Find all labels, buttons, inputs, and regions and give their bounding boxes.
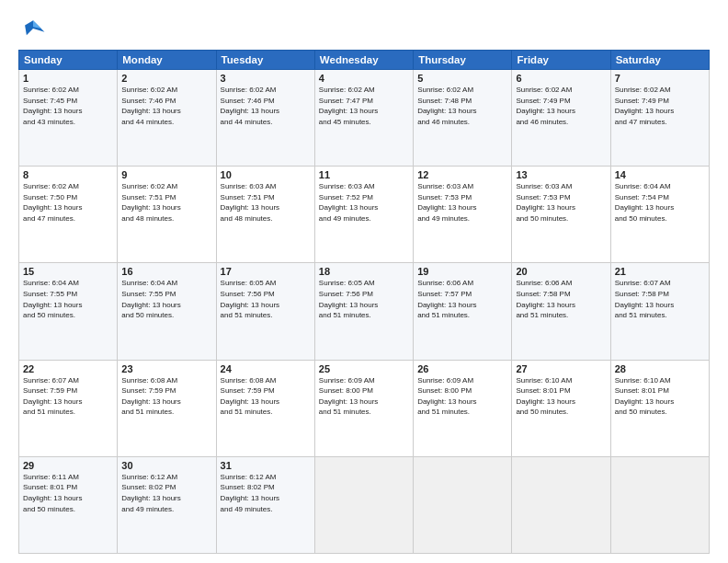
day-info: Sunrise: 6:02 AM Sunset: 7:46 PM Dayligh… <box>121 85 211 127</box>
calendar-cell: 31Sunrise: 6:12 AM Sunset: 8:02 PM Dayli… <box>216 456 314 553</box>
day-number: 14 <box>615 169 705 180</box>
calendar-cell: 10Sunrise: 6:03 AM Sunset: 7:51 PM Dayli… <box>216 167 314 263</box>
calendar-cell: 12Sunrise: 6:03 AM Sunset: 7:53 PM Dayli… <box>414 167 512 263</box>
day-number: 31 <box>221 460 311 471</box>
day-number: 21 <box>615 266 705 277</box>
calendar-header-thursday: Thursday <box>414 51 512 70</box>
calendar-cell <box>512 456 610 553</box>
day-number: 27 <box>516 363 606 374</box>
day-info: Sunrise: 6:10 AM Sunset: 8:01 PM Dayligh… <box>516 375 606 418</box>
day-info: Sunrise: 6:12 AM Sunset: 8:02 PM Dayligh… <box>221 472 311 514</box>
day-number: 3 <box>221 73 311 84</box>
calendar-header-tuesday: Tuesday <box>216 51 314 70</box>
day-number: 22 <box>23 363 113 374</box>
day-info: Sunrise: 6:03 AM Sunset: 7:52 PM Dayligh… <box>319 181 409 224</box>
calendar-cell: 2Sunrise: 6:02 AM Sunset: 7:46 PM Daylig… <box>118 70 216 167</box>
calendar-cell: 20Sunrise: 6:06 AM Sunset: 7:58 PM Dayli… <box>512 263 610 360</box>
day-info: Sunrise: 6:07 AM Sunset: 7:59 PM Dayligh… <box>23 375 113 418</box>
day-number: 10 <box>221 169 311 180</box>
day-info: Sunrise: 6:05 AM Sunset: 7:56 PM Dayligh… <box>221 278 311 320</box>
calendar-cell: 1Sunrise: 6:02 AM Sunset: 7:45 PM Daylig… <box>19 70 118 167</box>
calendar-cell: 5Sunrise: 6:02 AM Sunset: 7:48 PM Daylig… <box>414 70 512 167</box>
day-info: Sunrise: 6:08 AM Sunset: 7:59 PM Dayligh… <box>221 375 311 418</box>
calendar-cell: 18Sunrise: 6:05 AM Sunset: 7:56 PM Dayli… <box>314 263 413 360</box>
day-info: Sunrise: 6:11 AM Sunset: 8:01 PM Dayligh… <box>23 472 113 514</box>
day-number: 4 <box>319 73 409 84</box>
calendar-cell <box>610 456 709 553</box>
calendar-header-wednesday: Wednesday <box>314 51 413 70</box>
day-info: Sunrise: 6:05 AM Sunset: 7:56 PM Dayligh… <box>319 278 409 320</box>
calendar-cell: 22Sunrise: 6:07 AM Sunset: 7:59 PM Dayli… <box>19 360 118 456</box>
calendar-header-saturday: Saturday <box>610 51 709 70</box>
day-number: 20 <box>516 266 606 277</box>
day-info: Sunrise: 6:04 AM Sunset: 7:54 PM Dayligh… <box>615 181 705 224</box>
day-info: Sunrise: 6:06 AM Sunset: 7:57 PM Dayligh… <box>417 278 507 320</box>
calendar-cell: 17Sunrise: 6:05 AM Sunset: 7:56 PM Dayli… <box>216 263 314 360</box>
day-info: Sunrise: 6:08 AM Sunset: 7:59 PM Dayligh… <box>121 375 211 418</box>
day-number: 15 <box>23 266 113 277</box>
calendar-cell: 8Sunrise: 6:02 AM Sunset: 7:50 PM Daylig… <box>19 167 118 263</box>
day-info: Sunrise: 6:02 AM Sunset: 7:50 PM Dayligh… <box>23 181 113 224</box>
calendar-week-4: 22Sunrise: 6:07 AM Sunset: 7:59 PM Dayli… <box>19 360 710 456</box>
calendar-cell: 26Sunrise: 6:09 AM Sunset: 8:00 PM Dayli… <box>414 360 512 456</box>
calendar-cell: 28Sunrise: 6:10 AM Sunset: 8:01 PM Dayli… <box>610 360 709 456</box>
day-info: Sunrise: 6:06 AM Sunset: 7:58 PM Dayligh… <box>516 278 606 320</box>
day-info: Sunrise: 6:03 AM Sunset: 7:53 PM Dayligh… <box>516 181 606 224</box>
calendar-cell: 6Sunrise: 6:02 AM Sunset: 7:49 PM Daylig… <box>512 70 610 167</box>
day-info: Sunrise: 6:02 AM Sunset: 7:49 PM Dayligh… <box>516 85 606 127</box>
day-number: 29 <box>23 460 113 471</box>
day-info: Sunrise: 6:04 AM Sunset: 7:55 PM Dayligh… <box>23 278 113 320</box>
calendar-header-sunday: Sunday <box>19 51 118 70</box>
calendar-cell: 30Sunrise: 6:12 AM Sunset: 8:02 PM Dayli… <box>118 456 216 553</box>
calendar-cell: 21Sunrise: 6:07 AM Sunset: 7:58 PM Dayli… <box>610 263 709 360</box>
logo-icon <box>18 17 48 42</box>
calendar-cell <box>414 456 512 553</box>
day-info: Sunrise: 6:02 AM Sunset: 7:45 PM Dayligh… <box>23 85 113 127</box>
calendar-cell: 27Sunrise: 6:10 AM Sunset: 8:01 PM Dayli… <box>512 360 610 456</box>
day-number: 25 <box>319 363 409 374</box>
day-info: Sunrise: 6:09 AM Sunset: 8:00 PM Dayligh… <box>417 375 507 418</box>
day-info: Sunrise: 6:04 AM Sunset: 7:55 PM Dayligh… <box>121 278 211 320</box>
day-number: 2 <box>121 73 211 84</box>
header <box>18 17 710 42</box>
day-info: Sunrise: 6:03 AM Sunset: 7:53 PM Dayligh… <box>417 181 507 224</box>
day-info: Sunrise: 6:10 AM Sunset: 8:01 PM Dayligh… <box>615 375 705 418</box>
calendar-cell: 19Sunrise: 6:06 AM Sunset: 7:57 PM Dayli… <box>414 263 512 360</box>
day-info: Sunrise: 6:02 AM Sunset: 7:51 PM Dayligh… <box>121 181 211 224</box>
day-number: 5 <box>417 73 507 84</box>
calendar-cell: 24Sunrise: 6:08 AM Sunset: 7:59 PM Dayli… <box>216 360 314 456</box>
calendar-cell: 4Sunrise: 6:02 AM Sunset: 7:47 PM Daylig… <box>314 70 413 167</box>
calendar-cell: 11Sunrise: 6:03 AM Sunset: 7:52 PM Dayli… <box>314 167 413 263</box>
calendar-cell: 16Sunrise: 6:04 AM Sunset: 7:55 PM Dayli… <box>118 263 216 360</box>
day-number: 18 <box>319 266 409 277</box>
day-info: Sunrise: 6:02 AM Sunset: 7:49 PM Dayligh… <box>615 85 705 127</box>
day-number: 13 <box>516 169 606 180</box>
calendar-cell <box>314 456 413 553</box>
day-number: 24 <box>221 363 311 374</box>
day-number: 11 <box>319 169 409 180</box>
day-number: 9 <box>121 169 211 180</box>
day-number: 19 <box>417 266 507 277</box>
day-info: Sunrise: 6:07 AM Sunset: 7:58 PM Dayligh… <box>615 278 705 320</box>
calendar-cell: 23Sunrise: 6:08 AM Sunset: 7:59 PM Dayli… <box>118 360 216 456</box>
calendar-header-monday: Monday <box>118 51 216 70</box>
calendar-cell: 29Sunrise: 6:11 AM Sunset: 8:01 PM Dayli… <box>19 456 118 553</box>
day-number: 8 <box>23 169 113 180</box>
day-number: 16 <box>121 266 211 277</box>
calendar-week-3: 15Sunrise: 6:04 AM Sunset: 7:55 PM Dayli… <box>19 263 710 360</box>
calendar-cell: 9Sunrise: 6:02 AM Sunset: 7:51 PM Daylig… <box>118 167 216 263</box>
day-info: Sunrise: 6:02 AM Sunset: 7:47 PM Dayligh… <box>319 85 409 127</box>
logo <box>18 17 51 42</box>
day-number: 7 <box>615 73 705 84</box>
day-number: 6 <box>516 73 606 84</box>
calendar-week-5: 29Sunrise: 6:11 AM Sunset: 8:01 PM Dayli… <box>19 456 710 553</box>
day-number: 12 <box>417 169 507 180</box>
day-number: 23 <box>121 363 211 374</box>
page: SundayMondayTuesdayWednesdayThursdayFrid… <box>0 0 728 563</box>
calendar-table: SundayMondayTuesdayWednesdayThursdayFrid… <box>18 50 710 554</box>
calendar-cell: 3Sunrise: 6:02 AM Sunset: 7:46 PM Daylig… <box>216 70 314 167</box>
day-info: Sunrise: 6:12 AM Sunset: 8:02 PM Dayligh… <box>121 472 211 514</box>
calendar-cell: 13Sunrise: 6:03 AM Sunset: 7:53 PM Dayli… <box>512 167 610 263</box>
calendar-week-1: 1Sunrise: 6:02 AM Sunset: 7:45 PM Daylig… <box>19 70 710 167</box>
calendar-week-2: 8Sunrise: 6:02 AM Sunset: 7:50 PM Daylig… <box>19 167 710 263</box>
